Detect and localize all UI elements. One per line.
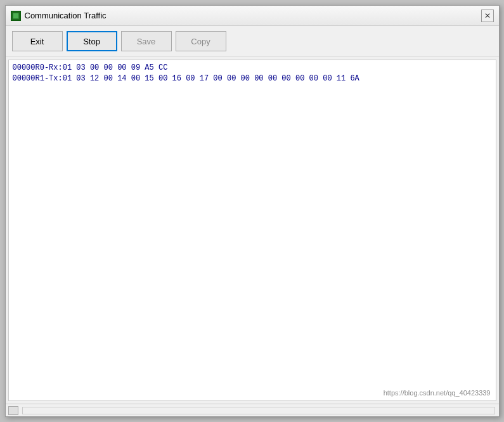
close-button[interactable]: ✕ — [481, 10, 494, 22]
main-window: Communication Traffic ✕ Exit Stop Save C… — [5, 5, 500, 417]
app-icon-inner — [13, 13, 19, 19]
bottom-indicator — [8, 406, 18, 415]
traffic-log-area: 00000R0-Rx:01 03 00 00 00 09 A5 CC 00000… — [8, 60, 496, 401]
horizontal-scrollbar[interactable] — [22, 407, 495, 414]
app-icon — [11, 11, 21, 21]
exit-button[interactable]: Exit — [12, 31, 63, 51]
window-title: Communication Traffic — [25, 11, 107, 20]
toolbar: Exit Stop Save Copy — [6, 26, 499, 57]
traffic-line-rx: 00000R0-Rx:01 03 00 00 00 09 A5 CC — [13, 63, 492, 74]
stop-button[interactable]: Stop — [67, 31, 117, 51]
title-bar: Communication Traffic ✕ — [6, 6, 499, 26]
traffic-line-tx: 00000R1-Tx:01 03 12 00 14 00 15 00 16 00… — [13, 74, 492, 84]
bottom-bar — [6, 404, 499, 416]
copy-button[interactable]: Copy — [176, 31, 226, 51]
save-button[interactable]: Save — [121, 31, 172, 51]
title-bar-left: Communication Traffic — [11, 11, 107, 21]
watermark: https://blog.csdn.net/qq_40423339 — [384, 389, 491, 397]
